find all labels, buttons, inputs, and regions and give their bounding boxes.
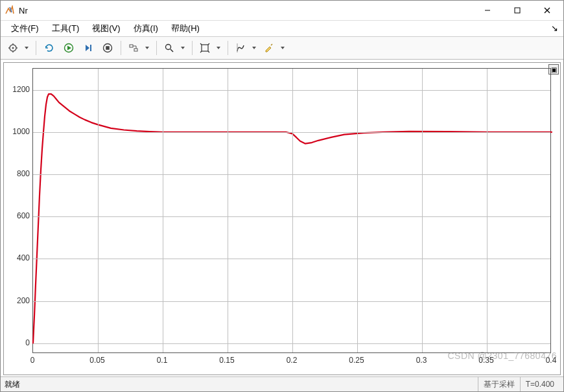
svg-line-23 [200, 51, 202, 52]
svg-rect-13 [106, 46, 110, 50]
ytick-label: 800 [9, 169, 30, 178]
svg-rect-1 [515, 8, 520, 13]
gridline-v [422, 69, 423, 352]
xtick-label: 0.2 [287, 356, 298, 365]
ytick-label: 600 [9, 211, 30, 220]
svg-line-24 [208, 51, 209, 52]
svg-line-19 [170, 49, 173, 52]
autoscale-button[interactable] [196, 39, 224, 57]
gridline-v [292, 69, 293, 352]
xtick-label: 0.15 [219, 356, 234, 365]
toolbar [1, 37, 563, 60]
run-button[interactable] [60, 39, 78, 57]
status-ready: 就绪 [5, 379, 20, 390]
zoom-button[interactable] [161, 39, 188, 57]
undock-icon[interactable]: ↘ [551, 23, 558, 33]
xtick-label: 0 [30, 356, 35, 365]
ytick-label: 400 [9, 253, 30, 262]
gridline-v [163, 69, 163, 352]
svg-line-26 [271, 44, 272, 45]
menu-help[interactable]: 帮助(H) [165, 21, 206, 36]
highlight-button[interactable] [261, 39, 288, 57]
measure-button[interactable] [232, 39, 259, 57]
gridline-h [33, 132, 550, 133]
ytick-label: 1000 [9, 127, 30, 136]
settings-button[interactable] [5, 39, 32, 57]
axes [32, 68, 551, 353]
menu-sim[interactable]: 仿真(I) [127, 21, 165, 36]
status-time: T=0.400 [520, 377, 559, 391]
gridline-v [98, 69, 99, 352]
close-button[interactable] [532, 1, 562, 20]
menu-view[interactable]: 视图(V) [86, 21, 126, 36]
xtick-label: 0.35 [478, 356, 493, 365]
svg-rect-14 [130, 45, 133, 47]
statusbar: 就绪 基于采样 T=0.400 [1, 376, 563, 391]
update-button[interactable] [40, 39, 58, 57]
step-forward-button[interactable] [79, 39, 97, 57]
ytick-label: 0 [9, 338, 30, 347]
xtick-label: 0.3 [416, 356, 427, 365]
gridline-h [33, 174, 550, 175]
svg-line-22 [208, 43, 209, 45]
svg-rect-11 [90, 45, 91, 51]
gridline-v [228, 69, 228, 352]
matlab-icon [5, 5, 15, 16]
status-sampletype: 基于采样 [478, 377, 520, 391]
gridline-h [33, 90, 550, 91]
svg-rect-15 [134, 49, 137, 51]
gridline-h [33, 343, 550, 344]
menubar: 文件(F) 工具(T) 视图(V) 仿真(I) 帮助(H) ↘ [1, 21, 563, 37]
xtick-label: 0.05 [89, 356, 104, 365]
svg-rect-20 [202, 45, 208, 51]
app-window: Nr 文件(F) 工具(T) 视图(V) 仿真(I) 帮助(H) ↘ [0, 0, 564, 392]
gridline-v [357, 69, 358, 352]
xtick-label: 0.25 [349, 356, 364, 365]
minimize-button[interactable] [473, 1, 502, 20]
window-title: Nr [19, 6, 28, 16]
gridline-h [33, 259, 550, 259]
plot-area[interactable]: ▣ 00.050.10.150.20.250.30.350.4020040060… [1, 60, 563, 376]
ytick-label: 200 [9, 296, 30, 305]
xtick-label: 0.1 [157, 356, 168, 365]
svg-line-21 [200, 43, 202, 45]
titlebar: Nr [1, 1, 563, 21]
stop-button[interactable] [99, 39, 117, 57]
menu-file[interactable]: 文件(F) [5, 21, 45, 36]
gridline-h [33, 216, 550, 217]
xtick-label: 0.4 [546, 356, 557, 365]
svg-point-18 [166, 45, 171, 50]
signal-selector-button[interactable] [125, 39, 152, 57]
maximize-button[interactable] [502, 1, 532, 20]
gridline-h [33, 301, 550, 302]
gridline-v [487, 69, 488, 352]
menu-tools[interactable]: 工具(T) [45, 21, 86, 36]
ytick-label: 1200 [9, 85, 30, 94]
svg-point-5 [12, 47, 14, 49]
